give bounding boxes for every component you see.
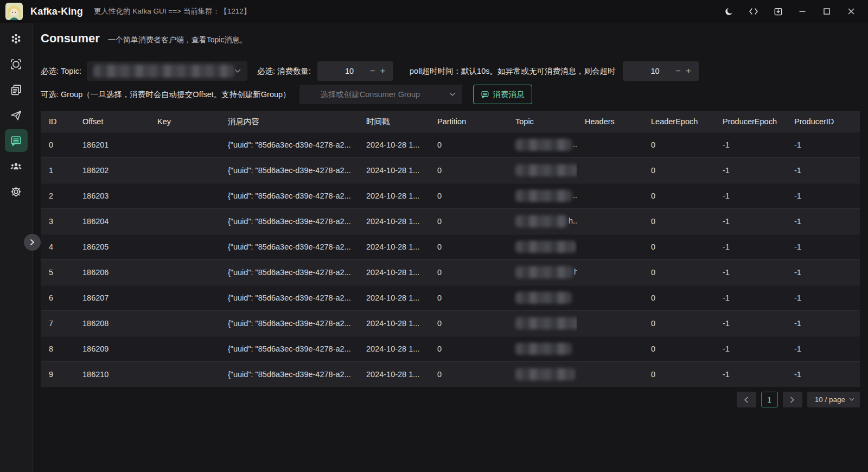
table-cell (149, 209, 220, 234)
table-cell: 0 (429, 209, 507, 234)
redacted-topic-name (515, 164, 577, 176)
table-row[interactable]: 2186203{"uuid": "85d6a3ec-d39e-4278-a2..… (41, 183, 860, 209)
poll-increment-button[interactable]: + (683, 66, 693, 76)
chevron-right-icon (790, 397, 795, 403)
table-cell: {"uuid": "85d6a3ec-d39e-4278-a2... (220, 285, 358, 311)
redacted-topic-name (515, 215, 567, 227)
table-cell: 0 (643, 285, 714, 311)
topic-cell: ... (507, 132, 577, 158)
table-cell: 0 (429, 336, 507, 362)
table-cell (577, 311, 643, 336)
table-cell: 2024-10-28 1... (358, 209, 429, 234)
install-icon[interactable] (770, 3, 786, 20)
people-group-icon (10, 160, 22, 173)
table-row[interactable]: 8186209{"uuid": "85d6a3ec-d39e-4278-a2..… (41, 336, 860, 362)
count-decrement-button[interactable]: − (367, 66, 378, 76)
column-header: ProducerID (786, 111, 860, 132)
consumer-group-select[interactable]: 选择或创建Consumer Group (299, 85, 462, 104)
topic-cell: .. (507, 158, 577, 183)
table-row[interactable]: 1186202{"uuid": "85d6a3ec-d39e-4278-a2..… (41, 158, 860, 183)
poll-timeout-stepper[interactable]: 10 − + (623, 61, 699, 81)
table-cell: 2024-10-28 1... (358, 311, 429, 336)
poll-decrement-button[interactable]: − (673, 66, 683, 76)
chat-icon (10, 135, 22, 147)
table-row[interactable]: 7186208{"uuid": "85d6a3ec-d39e-4278-a2..… (41, 311, 860, 336)
table-cell: {"uuid": "85d6a3ec-d39e-4278-a2... (220, 158, 358, 183)
sidebar-item-consumer-groups[interactable] (5, 155, 28, 177)
table-cell: -1 (786, 183, 860, 209)
sidebar-item-topics[interactable] (5, 78, 28, 101)
table-cell: -1 (714, 362, 786, 387)
table-cell: -1 (714, 183, 786, 209)
previous-page-button[interactable] (737, 392, 756, 407)
table-cell: 186204 (74, 209, 149, 234)
table-row[interactable]: 6186207{"uuid": "85d6a3ec-d39e-4278-a2..… (41, 285, 860, 311)
theme-moon-icon[interactable] (721, 3, 737, 20)
table-row[interactable]: 4186205{"uuid": "85d6a3ec-d39e-4278-a2..… (41, 234, 860, 260)
topic-cell: .. (507, 362, 577, 387)
table-row[interactable]: 3186204{"uuid": "85d6a3ec-d39e-4278-a2..… (41, 209, 860, 234)
table-cell: 2024-10-28 1... (358, 183, 429, 209)
table-cell: {"uuid": "85d6a3ec-d39e-4278-a2... (220, 260, 358, 285)
table-cell: 186206 (74, 260, 149, 285)
topic-cell (507, 336, 577, 362)
page-subtitle: 一个简单消费者客户端，查看Topic消息。 (108, 35, 247, 45)
minimize-icon[interactable] (794, 3, 810, 20)
table-row[interactable]: 5186206{"uuid": "85d6a3ec-d39e-4278-a2..… (41, 260, 860, 285)
table-cell: 9 (41, 362, 74, 387)
table-cell: 0 (429, 183, 507, 209)
topic-suffix: ... (573, 191, 577, 200)
column-header: Key (149, 111, 220, 132)
maximize-icon[interactable] (819, 3, 835, 20)
poll-timeout-value[interactable]: 10 (623, 67, 673, 75)
code-icon[interactable] (745, 3, 762, 20)
app-subtitle: 更人性化的 Kafka GUI ==> 当前集群：【1212】 (94, 7, 251, 16)
window-controls (713, 3, 868, 20)
table-row[interactable]: 0186201{"uuid": "85d6a3ec-d39e-4278-a2..… (41, 132, 860, 158)
table-row[interactable]: 9186210{"uuid": "85d6a3ec-d39e-4278-a2..… (41, 362, 860, 387)
count-increment-button[interactable]: + (378, 66, 388, 76)
table-cell: 0 (429, 132, 507, 158)
page-title: Consumer (41, 31, 100, 46)
poll-timeout-label: poll超时时间：默认10s。如异常或无可消费消息，则会超时 (410, 66, 615, 76)
cluster-icon (10, 33, 22, 45)
table-cell: 186202 (74, 158, 149, 183)
topic-select[interactable] (87, 61, 247, 81)
sidebar-item-settings[interactable] (5, 180, 28, 203)
table-cell (149, 260, 220, 285)
sidebar-item-cluster[interactable] (5, 27, 28, 50)
close-icon[interactable] (843, 3, 859, 20)
table-cell: 0 (41, 132, 74, 158)
table-cell: 0 (643, 311, 714, 336)
column-header: Partition (429, 111, 507, 132)
page-size-select[interactable]: 10 / page (807, 392, 860, 407)
table-cell: 2 (41, 183, 74, 209)
consume-messages-button[interactable]: 消费消息 (473, 85, 532, 104)
table-cell: 1 (41, 158, 74, 183)
table-cell: -1 (786, 260, 860, 285)
topic-suffix: ... (573, 140, 577, 149)
chevron-right-icon (29, 239, 35, 246)
table-cell: 0 (429, 158, 507, 183)
count-value[interactable]: 10 (317, 67, 367, 75)
table-cell: 0 (643, 158, 714, 183)
count-stepper[interactable]: 10 − + (317, 61, 393, 81)
sidebar-expand-handle[interactable] (24, 234, 41, 251)
sidebar-item-consumer[interactable] (5, 129, 28, 152)
table-cell (149, 336, 220, 362)
table-cell (577, 183, 643, 209)
sidebar-item-monitor[interactable] (5, 53, 28, 75)
table-cell (149, 311, 220, 336)
table-cell: 186201 (74, 132, 149, 158)
table-cell: 0 (429, 311, 507, 336)
topic-suffix: h... (574, 267, 577, 276)
column-header: ProducerEpoch (714, 111, 786, 132)
pagination: 1 10 / page (41, 392, 860, 407)
sidebar-item-producer[interactable] (5, 104, 28, 126)
next-page-button[interactable] (783, 392, 802, 407)
chevron-down-icon (234, 69, 241, 73)
consumer-form-row-2: 可选: Group（一旦选择，消费时会自动提交Offset。支持创建新Group… (41, 85, 532, 104)
column-header: Headers (577, 111, 643, 132)
page-number-current[interactable]: 1 (761, 392, 778, 407)
table-cell: 2024-10-28 1... (358, 336, 429, 362)
